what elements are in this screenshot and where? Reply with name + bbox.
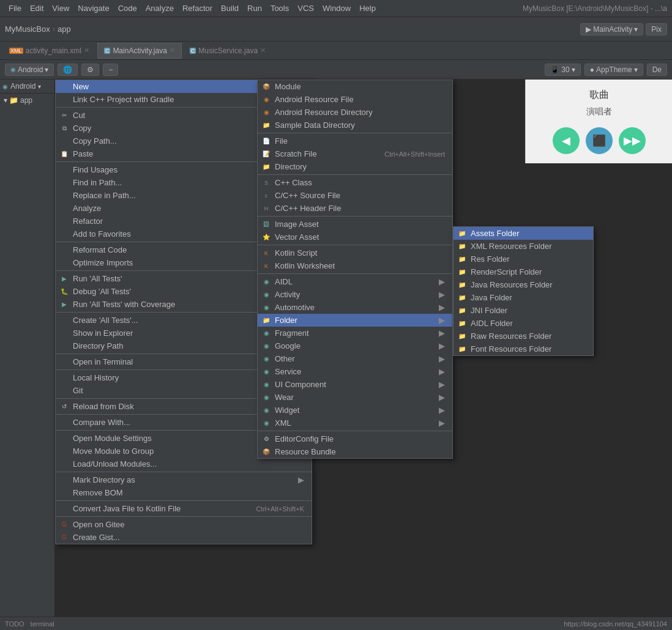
ctx-kotlin-script[interactable]: K Kotlin Script: [258, 246, 452, 259]
run-config-dropdown-icon: ▾: [634, 25, 638, 34]
tab-mainactivity-close[interactable]: ✕: [170, 46, 175, 54]
prev-button[interactable]: ◀: [553, 127, 580, 154]
ctx-android-resource-file-label: Android Resource File: [275, 95, 354, 104]
ctx-android-resource-dir[interactable]: ◉ Android Resource Directory: [258, 106, 452, 119]
de-button[interactable]: De: [647, 64, 667, 76]
ctx-fragment[interactable]: ◉ Fragment ▶: [258, 327, 452, 339]
menubar-refactor[interactable]: Refactor: [179, 2, 216, 14]
ctx-wear[interactable]: ◉ Wear ▶: [258, 391, 452, 404]
ctx-folder[interactable]: 📁 Folder ▶: [258, 314, 452, 327]
ctx-new-module[interactable]: 📦 Module: [258, 80, 452, 93]
ctx-cpp-class[interactable]: S C++ Class: [258, 176, 452, 189]
ctx-module-settings-label: Open Module Settings: [73, 434, 152, 443]
ctx-renderscript-folder[interactable]: 📁 RenderScript Folder: [454, 265, 593, 278]
ctx-sample-data[interactable]: 📁 Sample Data Directory: [258, 119, 452, 132]
ctx-android-resource-file[interactable]: ◉ Android Resource File: [258, 93, 452, 106]
ctx-create-gist[interactable]: G Create Gist...: [56, 531, 312, 544]
ctx-image-asset[interactable]: 🖼 Image Asset: [258, 218, 452, 231]
run-config-label: MainActivity: [593, 25, 632, 34]
ctx-xml-resources-folder[interactable]: 📁 XML Resources Folder: [454, 240, 593, 253]
ctx-ui-component[interactable]: ◉ UI Component ▶: [258, 378, 452, 391]
menubar-code[interactable]: Code: [114, 2, 141, 14]
other-arrow: ▶: [439, 354, 445, 363]
sidebar-dropdown-label[interactable]: Android: [10, 82, 35, 91]
next-button[interactable]: ▶▶: [619, 127, 646, 154]
globe-btn[interactable]: 🌐: [58, 64, 78, 76]
menubar-help[interactable]: Help: [356, 2, 379, 14]
run-config-button[interactable]: ▶ MainActivity ▾: [580, 23, 643, 35]
ctx-automotive[interactable]: ◉ Automotive ▶: [258, 301, 452, 314]
breadcrumb-module[interactable]: app: [58, 24, 71, 34]
tab-activity-main-close[interactable]: ✕: [84, 46, 89, 54]
ctx-widget[interactable]: ◉ Widget ▶: [258, 404, 452, 417]
app-title: MyMusicBox [E:\Android\MyMusicBox] - ...…: [523, 4, 667, 13]
ctx-cpp-source[interactable]: c C/C++ Source File: [258, 189, 452, 202]
mark-arrow-icon: ▶: [298, 475, 304, 484]
ctx-java-folder[interactable]: 📁 Java Folder: [454, 291, 593, 304]
sep-13: [56, 516, 312, 517]
api-button[interactable]: 📱 30 ▾: [545, 64, 580, 76]
raw-resources-folder-icon: 📁: [457, 332, 467, 341]
tab-mainactivity[interactable]: C MainActivity.java ✕: [97, 43, 182, 59]
ctx-open-gitee[interactable]: G Open on Gitee: [56, 518, 312, 531]
ctx-jni-folder[interactable]: 📁 JNI Folder: [454, 304, 593, 317]
google-icon: ◉: [261, 341, 271, 351]
menubar-analyze[interactable]: Analyze: [142, 2, 177, 14]
ctx-vector-asset[interactable]: ⭐ Vector Asset: [258, 231, 452, 243]
ctx-xml[interactable]: ◉ XML ▶: [258, 417, 452, 429]
ctx-remove-bom[interactable]: Remove BOM: [56, 486, 312, 499]
tab-activity-main[interactable]: XML activity_main.xml ✕: [2, 43, 96, 59]
menubar-run[interactable]: Run: [244, 2, 266, 14]
ctx-aidl[interactable]: ◉ AIDL ▶: [258, 275, 452, 288]
ctx-google[interactable]: ◉ Google ▶: [258, 339, 452, 352]
ctx-scratch-file[interactable]: 📝 Scratch File Ctrl+Alt+Shift+Insert: [258, 147, 452, 160]
ctx-resource-bundle[interactable]: 📦 Resource Bundle: [258, 445, 452, 458]
ctx-raw-resources-folder[interactable]: 📁 Raw Resources Folder: [454, 330, 593, 343]
ctx-kotlin-worksheet[interactable]: K Kotlin Worksheet: [258, 259, 452, 272]
ctx-aidl-folder[interactable]: 📁 AIDL Folder: [454, 317, 593, 330]
menubar-view[interactable]: View: [48, 2, 73, 14]
ctx-java-resources-folder[interactable]: 📁 Java Resources Folder: [454, 278, 593, 291]
tree-root[interactable]: ▾ 📁 app: [4, 96, 51, 105]
ctx-activity[interactable]: ◉ Activity ▶: [258, 288, 452, 301]
terminal-label[interactable]: terminal: [31, 620, 54, 628]
menubar-vcs[interactable]: VCS: [294, 2, 318, 14]
ctx-res-folder[interactable]: 📁 Res Folder: [454, 253, 593, 265]
tab-musicservice[interactable]: C MusicService.java ✕: [183, 43, 272, 59]
theme-button[interactable]: ● AppTheme ▾: [584, 64, 643, 76]
ctx-fragment-label: Fragment: [275, 328, 309, 338]
menubar-navigate[interactable]: Navigate: [74, 2, 113, 14]
todo-label[interactable]: TODO: [5, 620, 24, 628]
ctx-open-terminal-label: Open in Terminal: [73, 357, 133, 366]
menubar-edit[interactable]: Edit: [26, 2, 47, 14]
ctx-git-label: Git: [73, 386, 83, 395]
menubar-window[interactable]: Window: [319, 2, 354, 14]
convert-icon: [59, 504, 69, 514]
ctx-other[interactable]: ◉ Other ▶: [258, 352, 452, 365]
ctx-cut-label: Cut: [73, 111, 85, 120]
ctx-assets-folder[interactable]: 📁 Assets Folder: [454, 227, 593, 240]
stop-button[interactable]: ⬛: [586, 127, 613, 154]
tab-musicservice-close[interactable]: ✕: [260, 46, 266, 54]
ctx-file[interactable]: 📄 File: [258, 135, 452, 147]
device-button[interactable]: Pix: [646, 23, 667, 35]
ctx-aidl-label: AIDL: [275, 277, 293, 286]
menubar-build[interactable]: Build: [217, 2, 242, 14]
ctx-load-modules[interactable]: Load/Unload Modules...: [56, 458, 312, 470]
menubar-tools[interactable]: Tools: [267, 2, 293, 14]
menubar: File Edit View Navigate Code Analyze Ref…: [0, 0, 672, 17]
android-dropdown-button[interactable]: ◉ Android ▾: [5, 64, 54, 76]
ctx-service[interactable]: ◉ Service ▶: [258, 365, 452, 378]
ctx-directory[interactable]: 📁 Directory: [258, 160, 452, 173]
ctx-font-resources-folder[interactable]: 📁 Font Resources Folder: [454, 343, 593, 355]
image-asset-icon: 🖼: [261, 220, 271, 229]
breadcrumb-project[interactable]: MyMusicBox: [5, 24, 50, 34]
ctx-convert-kotlin[interactable]: Convert Java File to Kotlin File Ctrl+Al…: [56, 502, 312, 515]
ctx-editor-config[interactable]: ⚙ EditorConfig File: [258, 432, 452, 445]
menubar-file[interactable]: File: [5, 2, 25, 14]
settings-btn[interactable]: ⚙: [81, 64, 99, 76]
ctx-cpp-header[interactable]: H C/C++ Header File: [258, 202, 452, 215]
favorites-icon: [59, 229, 69, 239]
minus-btn[interactable]: −: [103, 64, 118, 76]
ctx-mark-directory[interactable]: Mark Directory as ▶: [56, 473, 312, 486]
